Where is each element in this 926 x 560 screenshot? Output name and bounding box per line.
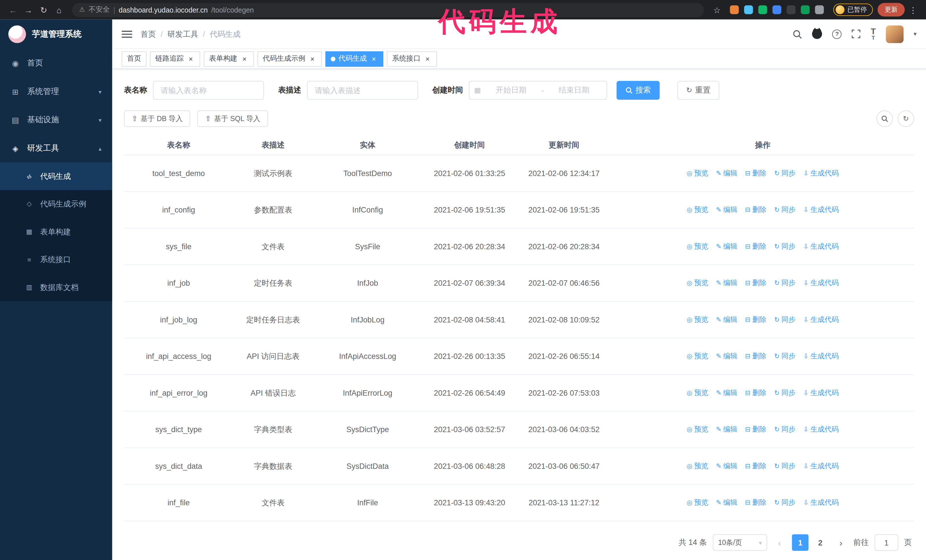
preview-link[interactable]: ◎ 预览 (687, 315, 708, 325)
generate-code-link[interactable]: ⇩ 生成代码 (803, 388, 839, 398)
sync-link[interactable]: ↻ 同步 (774, 424, 796, 435)
sync-link[interactable]: ↻ 同步 (774, 388, 796, 398)
sync-link[interactable]: ↻ 同步 (774, 461, 796, 471)
preview-link[interactable]: ◎ 预览 (687, 388, 708, 398)
generate-code-link[interactable]: ⇩ 生成代码 (803, 278, 839, 288)
sidebar-subitem-代码生成示例[interactable]: ◇ 代码生成示例 (0, 190, 112, 217)
preview-link[interactable]: ◎ 预览 (687, 205, 708, 215)
tab-close-icon[interactable]: × (308, 55, 316, 63)
edit-link[interactable]: ✎ 编辑 (716, 205, 737, 215)
generate-code-link[interactable]: ⇩ 生成代码 (803, 424, 839, 435)
generate-code-link[interactable]: ⇩ 生成代码 (803, 168, 839, 178)
preview-link[interactable]: ◎ 预览 (687, 278, 708, 288)
tab-首页[interactable]: 首页 (122, 51, 147, 66)
forward-icon[interactable]: → (21, 3, 36, 17)
sync-link[interactable]: ↻ 同步 (774, 168, 796, 178)
avatar-caret-down-icon[interactable]: ▾ (914, 31, 916, 37)
delete-link[interactable]: ⊟ 删除 (745, 315, 766, 325)
sync-link[interactable]: ↻ 同步 (774, 351, 796, 361)
sidebar-item-dev-tools[interactable]: ◈ 研发工具 ▴ (0, 134, 112, 162)
generate-code-link[interactable]: ⇩ 生成代码 (803, 315, 839, 325)
breadcrumb-item[interactable]: 研发工具 (168, 29, 198, 39)
import-sql-button[interactable]: ⇧ 基于 SQL 导入 (197, 110, 268, 127)
preview-link[interactable]: ◎ 预览 (687, 424, 708, 435)
generate-code-link[interactable]: ⇩ 生成代码 (803, 242, 839, 252)
delete-link[interactable]: ⊟ 删除 (745, 242, 766, 252)
delete-link[interactable]: ⊟ 删除 (745, 168, 766, 178)
delete-link[interactable]: ⊟ 删除 (745, 498, 766, 507)
address-bar[interactable]: ⚠ 不安全 | dashboard.yudao.iocoder.cn/tool/… (72, 3, 704, 17)
delete-link[interactable]: ⊟ 删除 (745, 461, 766, 471)
sidebar-subitem-表单构建[interactable]: ▦ 表单构建 (0, 218, 112, 246)
search-icon[interactable] (793, 29, 802, 39)
tab-close-icon[interactable]: × (424, 55, 432, 63)
table-name-input[interactable] (153, 81, 264, 100)
update-button[interactable]: 更新 (878, 3, 905, 17)
extension-icon-blue-drop[interactable] (744, 5, 753, 14)
delete-link[interactable]: ⊟ 删除 (745, 351, 766, 361)
reset-button[interactable]: ↻ 重置 (677, 81, 719, 100)
tab-close-icon[interactable]: × (241, 55, 249, 63)
prev-page-button[interactable]: ‹ (773, 534, 786, 551)
extension-icon-leaf[interactable] (801, 5, 810, 14)
preview-link[interactable]: ◎ 预览 (687, 242, 708, 252)
generate-code-link[interactable]: ⇩ 生成代码 (803, 205, 839, 215)
sidebar-item-infrastructure[interactable]: ▤ 基础设施 ▾ (0, 106, 112, 134)
sync-link[interactable]: ↻ 同步 (774, 242, 796, 252)
extension-icon-dark[interactable] (787, 5, 796, 14)
tab-链路追踪[interactable]: 链路追踪 × (150, 51, 200, 66)
delete-link[interactable]: ⊟ 删除 (745, 388, 766, 398)
help-icon[interactable]: ? (832, 29, 842, 39)
edit-link[interactable]: ✎ 编辑 (716, 461, 737, 471)
edit-link[interactable]: ✎ 编辑 (716, 242, 737, 252)
preview-link[interactable]: ◎ 预览 (687, 461, 708, 471)
table-desc-input[interactable] (307, 81, 418, 100)
page-button-2[interactable]: 2 (812, 534, 829, 551)
sync-link[interactable]: ↻ 同步 (774, 205, 796, 215)
preview-link[interactable]: ◎ 预览 (687, 351, 708, 361)
font-size-icon[interactable]: TT (871, 27, 876, 41)
search-button[interactable]: 搜索 (617, 81, 660, 100)
goto-page-input[interactable] (875, 534, 898, 551)
reload-icon[interactable]: ↻ (37, 3, 51, 17)
edit-link[interactable]: ✎ 编辑 (716, 168, 737, 178)
user-avatar[interactable] (886, 25, 903, 43)
extension-icon-orange[interactable] (730, 5, 739, 14)
github-icon[interactable] (812, 29, 822, 39)
back-icon[interactable]: ← (6, 3, 20, 17)
preview-link[interactable]: ◎ 预览 (687, 498, 708, 507)
breadcrumb-item[interactable]: 首页 (141, 29, 156, 39)
delete-link[interactable]: ⊟ 删除 (745, 424, 766, 435)
next-page-button[interactable]: › (835, 534, 848, 551)
browser-home-icon[interactable]: ⌂ (52, 3, 66, 17)
page-button-1[interactable]: 1 (792, 534, 808, 551)
bookmark-star-icon[interactable]: ☆ (710, 3, 724, 17)
generate-code-link[interactable]: ⇩ 生成代码 (803, 461, 839, 471)
hamburger-icon[interactable] (122, 30, 132, 38)
tab-close-icon[interactable]: × (370, 55, 378, 63)
browser-menu-dots-icon[interactable]: ⋮ (906, 3, 920, 17)
profile-paused-badge[interactable]: 已暂停 (834, 3, 873, 16)
toggle-search-button[interactable] (876, 110, 893, 127)
sidebar-item-system-management[interactable]: ⊞ 系统管理 ▾ (0, 77, 112, 106)
generate-code-link[interactable]: ⇩ 生成代码 (803, 498, 839, 507)
page-size-select[interactable]: 10条/页 ▾ (713, 534, 767, 551)
tab-代码生成示例[interactable]: 代码生成示例 × (257, 51, 322, 66)
edit-link[interactable]: ✎ 编辑 (716, 315, 737, 325)
extension-icon-people[interactable] (772, 5, 781, 14)
tab-表单构建[interactable]: 表单构建 × (204, 51, 254, 66)
fullscreen-icon[interactable] (852, 30, 861, 38)
extension-icon-green-v[interactable] (758, 5, 767, 14)
tab-系统接口[interactable]: 系统接口 × (387, 51, 437, 66)
tab-close-icon[interactable]: × (187, 55, 195, 63)
sidebar-subitem-数据库文档[interactable]: ▥ 数据库文档 (0, 273, 112, 301)
edit-link[interactable]: ✎ 编辑 (716, 424, 737, 435)
extension-icon-puzzle[interactable] (815, 5, 824, 14)
generate-code-link[interactable]: ⇩ 生成代码 (803, 351, 839, 361)
app-logo[interactable]: 芋道管理系统 (0, 20, 112, 49)
sidebar-subitem-系统接口[interactable]: ≡ 系统接口 (0, 246, 112, 273)
edit-link[interactable]: ✎ 编辑 (716, 351, 737, 361)
sync-link[interactable]: ↻ 同步 (774, 278, 796, 288)
edit-link[interactable]: ✎ 编辑 (716, 498, 737, 507)
preview-link[interactable]: ◎ 预览 (687, 168, 708, 178)
